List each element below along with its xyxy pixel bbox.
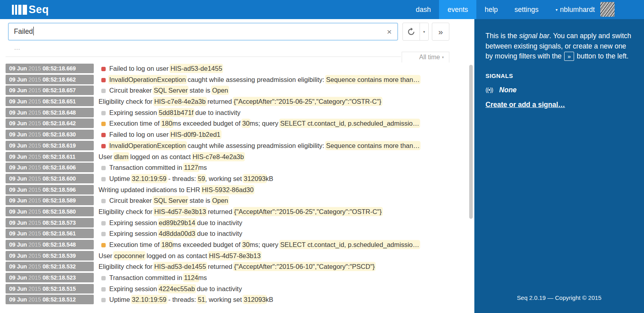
time-range-label: All time <box>419 54 440 60</box>
timestamp-badge: 09 Jun 2015 08:52:18.548 <box>6 240 94 249</box>
timestamp-badge: 09 Jun 2015 08:52:18.642 <box>6 119 94 128</box>
timestamp-badge: 09 Jun 2015 08:52:18.662 <box>6 75 94 84</box>
avatar[interactable] <box>600 2 615 17</box>
event-message: Uptime 32.10:19:59 - threads: 51, workin… <box>109 296 273 303</box>
timestamp-badge: 09 Jun 2015 08:52:18.539 <box>6 251 94 261</box>
timestamp-badge: 09 Jun 2015 08:52:18.532 <box>6 262 94 271</box>
event-message: Expiring session 4224ec55ab due to inact… <box>109 285 242 292</box>
event-message: User cpoconner logged on as contact HIS-… <box>99 252 261 259</box>
event-row[interactable]: 09 Jun 2015 08:52:18.662InvalidOperation… <box>6 75 469 84</box>
top-nav: dasheventshelpsettings <box>407 0 547 19</box>
debug-level-icon <box>101 298 106 302</box>
signal-item-none[interactable]: ((•)) None <box>485 86 644 94</box>
search-row: Failed × ▾ » <box>0 19 474 41</box>
event-row[interactable]: 09 Jun 2015 08:52:18.606Transaction comm… <box>6 163 469 172</box>
debug-level-icon <box>101 232 106 236</box>
timestamp-badge: 09 Jun 2015 08:52:18.512 <box>6 295 94 304</box>
debug-level-icon <box>101 221 106 226</box>
event-row[interactable]: 09 Jun 2015 08:52:18.512Uptime 32.10:19:… <box>6 295 469 304</box>
clear-icon[interactable]: × <box>387 23 392 40</box>
create-signal-link[interactable]: Create or add a signal… <box>485 101 565 109</box>
event-row[interactable]: 09 Jun 2015 08:52:18.669Failed to log on… <box>6 64 469 73</box>
move-to-signal-button[interactable]: » <box>432 23 449 41</box>
event-message: User dlam logged on as contact HIS-c7e8-… <box>99 153 244 160</box>
debug-level-icon <box>101 199 106 203</box>
event-message: Execution time of 180ms exceeded budget … <box>109 241 419 248</box>
event-row[interactable]: 09 Jun 2015 08:52:18.548Execution time o… <box>6 240 469 249</box>
list-top-rule <box>6 56 401 57</box>
timestamp-badge: 09 Jun 2015 08:52:18.589 <box>6 196 94 205</box>
double-chevron-right-icon: » <box>564 52 574 61</box>
debug-level-icon <box>101 287 106 292</box>
event-message: Circuit breaker SQL Server state is Open <box>109 87 228 94</box>
debug-level-icon <box>101 111 106 115</box>
chevron-down-icon: ▾ <box>442 55 444 59</box>
event-row[interactable]: 09 Jun 2015 08:52:18.532Eligibility chec… <box>6 262 469 271</box>
warning-level-icon <box>101 122 106 126</box>
event-message: Eligibility check for HIS-c7e8-4e2a3b re… <box>99 98 381 105</box>
timestamp-badge: 09 Jun 2015 08:52:18.561 <box>6 229 94 238</box>
user-menu[interactable]: ▾nblumhardt <box>547 0 598 19</box>
event-message: Uptime 32.10:19:59 - threads: 59, workin… <box>109 175 273 182</box>
error-level-icon <box>101 133 106 137</box>
search-input-value: Failed <box>14 27 33 35</box>
event-row[interactable]: 09 Jun 2015 08:52:18.523Transaction comm… <box>6 273 469 282</box>
nav-item-help[interactable]: help <box>476 0 506 19</box>
event-row[interactable]: 09 Jun 2015 08:52:18.589Circuit breaker … <box>6 196 469 205</box>
event-row[interactable]: 09 Jun 2015 08:52:18.642Execution time o… <box>6 119 469 128</box>
event-row[interactable]: 09 Jun 2015 08:52:18.630Failed to log on… <box>6 130 469 139</box>
refresh-options-button[interactable]: ▾ <box>420 23 428 40</box>
error-level-icon <box>101 67 106 71</box>
timestamp-badge: 09 Jun 2015 08:52:18.651 <box>6 97 94 106</box>
event-row[interactable]: 09 Jun 2015 08:52:18.539User cpoconner l… <box>6 251 469 261</box>
timestamp-badge: 09 Jun 2015 08:52:18.606 <box>6 163 94 172</box>
event-message: Writing updated indications to EHR HIS-5… <box>99 186 253 193</box>
event-message: Expiring session 5dd81b471f due to inact… <box>109 109 240 116</box>
event-row[interactable]: 09 Jun 2015 08:52:18.580Eligibility chec… <box>6 207 469 216</box>
scrollbar-thumb[interactable] <box>469 65 473 219</box>
timestamp-badge: 09 Jun 2015 08:52:18.669 <box>6 64 94 73</box>
text-cursor <box>33 27 34 35</box>
event-row[interactable]: 09 Jun 2015 08:52:18.657Circuit breaker … <box>6 86 469 95</box>
search-input[interactable]: Failed × <box>8 23 398 41</box>
event-row[interactable]: 09 Jun 2015 08:52:18.573Expiring session… <box>6 218 469 227</box>
debug-level-icon <box>101 89 106 93</box>
signal-bar: This is the signal bar. You can apply an… <box>474 19 644 313</box>
nav-item-settings[interactable]: settings <box>506 0 547 19</box>
nav-item-dash[interactable]: dash <box>407 0 439 19</box>
event-row[interactable]: 09 Jun 2015 08:52:18.619InvalidOperation… <box>6 141 469 150</box>
event-message: Circuit breaker SQL Server state is Open <box>109 197 228 204</box>
nav-item-events[interactable]: events <box>439 0 476 19</box>
seq-logo[interactable]: Seq <box>12 0 49 19</box>
event-message: InvalidOperationException caught while a… <box>109 76 420 83</box>
username: nblumhardt <box>560 6 595 14</box>
broadcast-icon: ((•)) <box>485 87 493 93</box>
intro-text: button to the left. <box>575 52 629 60</box>
intro-italic-text: signal bar <box>519 32 549 40</box>
refresh-button[interactable] <box>403 23 420 40</box>
timestamp-badge: 09 Jun 2015 08:52:18.630 <box>6 130 94 139</box>
list-toolbar: All time▾ <box>0 56 474 63</box>
debug-level-icon <box>101 166 106 170</box>
timestamp-badge: 09 Jun 2015 08:52:18.648 <box>6 108 94 117</box>
time-range-selector[interactable]: All time▾ <box>402 52 449 62</box>
timestamp-badge: 09 Jun 2015 08:52:18.600 <box>6 174 94 183</box>
event-row[interactable]: 09 Jun 2015 08:52:18.561Expiring session… <box>6 229 469 238</box>
event-row[interactable]: 09 Jun 2015 08:52:18.651Eligibility chec… <box>6 97 469 106</box>
event-row[interactable]: 09 Jun 2015 08:52:18.611User dlam logged… <box>6 152 469 161</box>
event-row[interactable]: 09 Jun 2015 08:52:18.515Expiring session… <box>6 284 469 294</box>
timestamp-badge: 09 Jun 2015 08:52:18.596 <box>6 185 94 194</box>
brand-text: Seq <box>29 4 49 16</box>
event-row[interactable]: 09 Jun 2015 08:52:18.600Uptime 32.10:19:… <box>6 174 469 183</box>
intro-text: This is the <box>485 32 519 40</box>
filter-history-ellipsis[interactable]: … <box>14 45 474 51</box>
refresh-icon <box>407 27 416 36</box>
event-list: 09 Jun 2015 08:52:18.669Failed to log on… <box>0 64 469 304</box>
error-level-icon <box>101 78 106 82</box>
main-content: Failed × ▾ » … All time▾ 09 Jun 2015 08:… <box>0 19 474 313</box>
event-message: Eligibility check for HIS-ad53-de1455 re… <box>99 263 375 270</box>
timestamp-badge: 09 Jun 2015 08:52:18.515 <box>6 284 94 294</box>
refresh-button-group: ▾ <box>402 23 429 41</box>
event-row[interactable]: 09 Jun 2015 08:52:18.596Writing updated … <box>6 185 469 194</box>
event-row[interactable]: 09 Jun 2015 08:52:18.648Expiring session… <box>6 108 469 117</box>
